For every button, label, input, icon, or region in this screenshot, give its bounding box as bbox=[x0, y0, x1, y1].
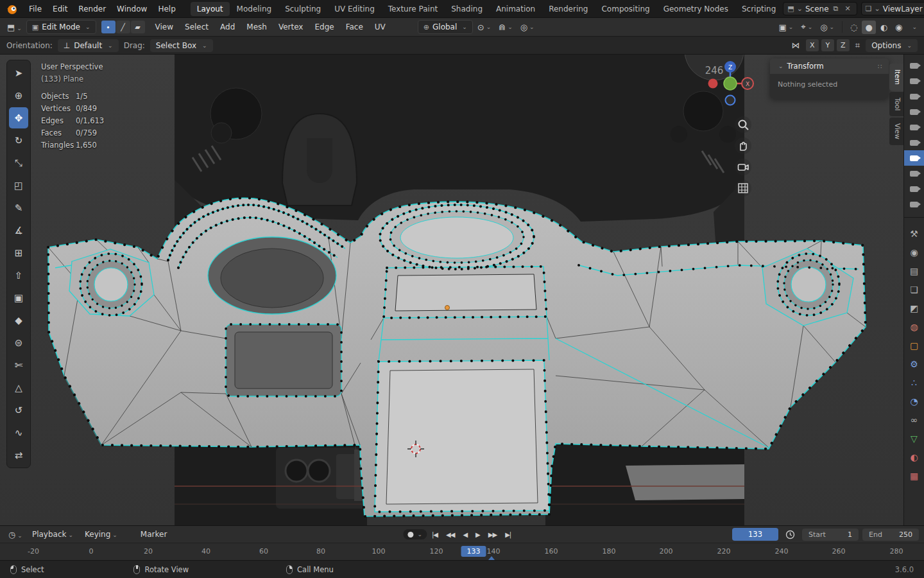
mode-dropdown[interactable]: ▣ Edit Mode ⌄ bbox=[26, 20, 96, 34]
outliner-item-active[interactable] bbox=[904, 150, 924, 166]
new-scene-button[interactable]: ⧉ bbox=[832, 4, 841, 13]
outliner-item[interactable] bbox=[904, 197, 924, 212]
properties-tab-constraints[interactable]: ∞ bbox=[904, 410, 924, 429]
camera-view-button[interactable] bbox=[735, 159, 751, 175]
pan-button[interactable] bbox=[735, 137, 751, 154]
timeline-ruler[interactable]: -20 0 20 40 60 80 100 120 140 160 180 20… bbox=[0, 543, 924, 560]
outliner-item[interactable] bbox=[904, 89, 924, 104]
mirror-z-toggle[interactable]: Z bbox=[837, 39, 850, 51]
tool-spin-button[interactable]: ↺ bbox=[9, 399, 28, 421]
sidebar-tab-tool[interactable]: Tool bbox=[889, 92, 903, 116]
tool-knife-button[interactable]: ✄ bbox=[9, 355, 28, 376]
mirror-x-toggle[interactable]: X bbox=[806, 39, 819, 51]
play-button[interactable]: ▶ bbox=[472, 529, 483, 540]
tool-cursor-button[interactable]: ⊕ bbox=[9, 85, 28, 106]
object-visibility-dropdown[interactable]: ▣⌄ bbox=[775, 21, 796, 34]
navigation-gizmo[interactable]: Z X bbox=[706, 60, 754, 107]
workspace-tab-geometry-nodes[interactable]: Geometry Nodes bbox=[657, 2, 735, 16]
outliner-item[interactable] bbox=[904, 181, 924, 197]
menu-window[interactable]: Window bbox=[112, 3, 152, 15]
menu-mesh[interactable]: Mesh bbox=[241, 21, 272, 33]
tool-edge-slide-button[interactable]: ⇄ bbox=[9, 444, 28, 466]
shading-rendered-button[interactable]: ◉ bbox=[892, 21, 905, 34]
outliner-item[interactable] bbox=[904, 104, 924, 119]
properties-tab-particles[interactable]: ∴ bbox=[904, 373, 924, 392]
tool-poly-build-button[interactable]: △ bbox=[9, 377, 28, 398]
mirror-y-toggle[interactable]: Y bbox=[821, 39, 834, 51]
jump-to-start-button[interactable]: |◀ bbox=[429, 529, 441, 540]
menu-edit[interactable]: Edit bbox=[47, 3, 73, 15]
menu-help[interactable]: Help bbox=[153, 3, 180, 15]
properties-tab-physics[interactable]: ◔ bbox=[904, 392, 924, 410]
tool-rotate-button[interactable]: ↻ bbox=[9, 130, 28, 151]
tool-inset-button[interactable]: ▣ bbox=[9, 287, 28, 308]
tool-measure-button[interactable]: ∡ bbox=[9, 220, 28, 241]
menu-edge[interactable]: Edge bbox=[309, 21, 339, 33]
auto-keying-toggle[interactable]: ⌄ bbox=[403, 529, 427, 539]
start-frame-field[interactable]: Start1 bbox=[802, 529, 859, 541]
workspace-tab-animation[interactable]: Animation bbox=[490, 2, 542, 16]
tool-add-cube-button[interactable]: ⊞ bbox=[9, 242, 28, 263]
sidebar-tab-view[interactable]: View bbox=[889, 118, 903, 145]
editor-type-button[interactable]: ⬒⌄ bbox=[4, 21, 25, 33]
tool-loop-cut-button[interactable]: ⊜ bbox=[9, 332, 28, 353]
proportional-editing-dropdown[interactable]: ◎⌄ bbox=[517, 21, 538, 34]
outliner-item[interactable] bbox=[904, 119, 924, 135]
vertex-select-mode-button[interactable]: ∙ bbox=[101, 21, 116, 33]
next-keyframe-button[interactable]: ▶▶ bbox=[485, 529, 500, 540]
tool-bevel-button[interactable]: ◆ bbox=[9, 310, 28, 331]
workspace-tab-layout[interactable]: Layout bbox=[191, 2, 230, 16]
tool-smooth-button[interactable]: ∿ bbox=[9, 422, 28, 443]
zoom-button[interactable] bbox=[735, 116, 751, 133]
playhead-marker[interactable] bbox=[488, 556, 495, 560]
properties-tab-material[interactable]: ◐ bbox=[904, 448, 924, 466]
transform-orientation-dropdown[interactable]: ⊕ Global ⌄ bbox=[418, 20, 473, 34]
menu-timeline-view[interactable] bbox=[124, 532, 134, 536]
menu-marker[interactable]: Marker bbox=[135, 528, 172, 541]
sidebar-tab-item[interactable]: Item bbox=[889, 64, 903, 91]
previous-keyframe-button[interactable]: ◀◀ bbox=[443, 529, 458, 540]
jump-to-end-button[interactable]: ▶| bbox=[502, 529, 514, 540]
panel-grip-icon[interactable]: ∷ bbox=[878, 63, 882, 70]
menu-playback[interactable]: Playback⌄ bbox=[27, 528, 78, 541]
timeline-editor-type-button[interactable]: ◷⌄ bbox=[5, 529, 26, 541]
tool-tweak-button[interactable]: ➤ bbox=[9, 62, 28, 83]
options-dropdown[interactable]: Options ⌄ bbox=[866, 39, 918, 52]
outliner-item[interactable] bbox=[904, 58, 924, 73]
menu-select[interactable]: Select bbox=[180, 21, 214, 33]
toggle-ortho-button[interactable] bbox=[735, 180, 751, 197]
properties-tab-object[interactable]: ▢ bbox=[904, 336, 924, 355]
tool-scale-button[interactable]: ⤡ bbox=[9, 152, 28, 173]
snap-toggle-dropdown[interactable]: ⋒⌄ bbox=[495, 21, 515, 34]
preview-range-toggle[interactable] bbox=[782, 528, 798, 541]
menu-render[interactable]: Render bbox=[73, 3, 111, 15]
scene-selector[interactable]: ⬒ ⌄ Scene ⧉ ✕ bbox=[783, 2, 857, 15]
orientation-dropdown[interactable]: ⊥ Default ⌄ bbox=[58, 39, 119, 52]
properties-tab-modifiers[interactable]: ⚙ bbox=[904, 355, 924, 373]
face-select-mode-button[interactable]: ▰ bbox=[131, 21, 145, 33]
overlays-dropdown[interactable]: ◎⌄ bbox=[817, 21, 837, 34]
properties-tab-data[interactable]: ▽ bbox=[904, 429, 924, 448]
workspace-tab-uv-editing[interactable]: UV Editing bbox=[328, 2, 381, 16]
view-layer-selector[interactable]: ❏ ⌄ ViewLayer ⧉ ✕ bbox=[861, 2, 924, 15]
shading-options-dropdown[interactable]: ⌄ bbox=[907, 22, 920, 32]
workspace-tab-modeling[interactable]: Modeling bbox=[230, 2, 278, 16]
3d-viewport[interactable]: 246 bbox=[0, 55, 903, 525]
transform-panel-header[interactable]: ⌄ Transform ∷ bbox=[770, 58, 889, 74]
pivot-point-dropdown[interactable]: ⊙⌄ bbox=[474, 21, 494, 34]
properties-tab-world[interactable]: ◍ bbox=[904, 317, 924, 336]
properties-tab-view-layer[interactable]: ❏ bbox=[904, 280, 924, 299]
3d-scene[interactable]: 246 bbox=[0, 55, 903, 525]
tool-annotate-button[interactable]: ✎ bbox=[9, 197, 28, 218]
workspace-tab-sculpting[interactable]: Sculpting bbox=[278, 2, 327, 16]
properties-tab-tool[interactable]: ⚒ bbox=[904, 224, 924, 243]
properties-tab-render[interactable]: ◉ bbox=[904, 243, 924, 261]
properties-tab-texture[interactable]: ▦ bbox=[904, 466, 924, 485]
edge-select-mode-button[interactable]: ╱ bbox=[116, 21, 130, 33]
drag-dropdown[interactable]: Select Box ⌄ bbox=[150, 39, 213, 52]
workspace-tab-compositing[interactable]: Compositing bbox=[595, 2, 656, 16]
menu-face[interactable]: Face bbox=[341, 21, 368, 33]
tool-move-button[interactable]: ✥ bbox=[9, 107, 28, 128]
tool-transform-button[interactable]: ◰ bbox=[9, 175, 28, 196]
current-frame-field[interactable]: 133 bbox=[732, 528, 778, 541]
